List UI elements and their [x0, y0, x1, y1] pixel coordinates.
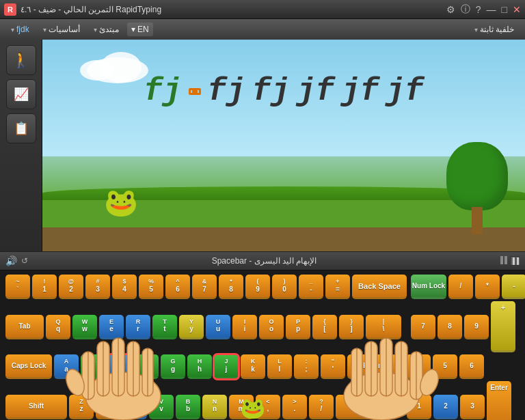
key-r[interactable]: Rr	[126, 315, 150, 339]
key-6[interactable]: ^6	[165, 275, 190, 299]
menu-lesson[interactable]: مبتدئ ▾	[88, 23, 124, 36]
pause-bar-1	[500, 256, 503, 264]
key-x[interactable]: Xx	[96, 395, 120, 419]
titlebar-left: R RapidTyping التمرين الحالي - ضيف - ٤.٦	[4, 3, 161, 16]
tree	[450, 152, 504, 234]
key-a[interactable]: Aa	[54, 354, 79, 379]
key-1[interactable]: !1	[32, 275, 57, 299]
key-period[interactable]: >.	[282, 395, 307, 419]
keyboard-row-4: Shift Zz Xx Cc Vv Bb Nn Mm <, >. ?/ Shif…	[5, 381, 520, 420]
key-num-2[interactable]: 2	[433, 395, 458, 419]
key-5[interactable]: %5	[139, 275, 163, 299]
key-k[interactable]: Kk	[241, 354, 265, 379]
key-2[interactable]: @2	[59, 275, 83, 299]
key-d[interactable]: Dd	[107, 354, 132, 379]
key-num-1[interactable]: 1	[407, 395, 431, 419]
cursor-char	[189, 88, 201, 95]
key-3[interactable]: #3	[85, 275, 110, 299]
key-numlock[interactable]: Num Lock	[411, 275, 446, 299]
key-num-minus[interactable]: -	[502, 275, 525, 299]
app-icon: R	[4, 3, 16, 16]
menu-left: خلفية ثابتة ▾	[469, 23, 520, 36]
minimize-button[interactable]: —	[487, 4, 496, 15]
sidebar-walk-button[interactable]: 🚶	[6, 45, 36, 75]
key-num-6[interactable]: 6	[459, 354, 484, 379]
typed-char-fj: fj	[144, 74, 181, 109]
key-u[interactable]: Uu	[206, 315, 230, 339]
key-bracket-l[interactable]: {[	[312, 315, 337, 339]
key-s[interactable]: Ss	[81, 354, 105, 379]
key-num-plus[interactable]: +	[491, 301, 515, 352]
key-g[interactable]: Gg	[161, 354, 185, 379]
key-backspace[interactable]: Back Space	[352, 275, 407, 299]
menu-basics[interactable]: أساسيات ▾	[38, 23, 85, 36]
key-j[interactable]: Jj	[214, 354, 239, 379]
key-slash[interactable]: ?/	[309, 395, 334, 419]
language-selector[interactable]: EN ▾	[127, 23, 153, 36]
key-w[interactable]: Ww	[72, 315, 97, 339]
help-icon[interactable]: ?	[476, 4, 481, 15]
key-t[interactable]: Tt	[152, 315, 177, 339]
statusbar: 🔊 ↺ الإبهام اليد اليسرى - Spacebar ▐▐	[0, 251, 525, 270]
key-shift-right[interactable]: Shift	[336, 395, 397, 419]
key-9[interactable]: (9	[245, 275, 270, 299]
key-bracket-r[interactable]: }]	[339, 315, 364, 339]
key-num-7[interactable]: 7	[411, 315, 435, 339]
pending-char-1: fj	[208, 74, 245, 109]
key-num-8[interactable]: 8	[438, 315, 462, 339]
refresh-icon[interactable]: ↺	[21, 256, 28, 266]
settings-icon[interactable]: ⚙	[446, 4, 455, 15]
key-o[interactable]: Oo	[259, 315, 284, 339]
sidebar-stats-button[interactable]: 📈	[6, 79, 36, 109]
key-i[interactable]: Ii	[232, 315, 257, 339]
key-z[interactable]: Zz	[69, 395, 94, 419]
key-b[interactable]: Bb	[176, 395, 200, 419]
keyboard-area: ~` !1 @2 #3 $4 %5 ^6 &7 *8 (9 )0 _- += B…	[0, 270, 525, 420]
key-num-4[interactable]: 4	[406, 354, 431, 379]
key-num-9[interactable]: 9	[464, 315, 489, 339]
key-n[interactable]: Nn	[202, 395, 227, 419]
key-backslash[interactable]: |\	[366, 315, 401, 339]
key-m[interactable]: Mm	[229, 395, 254, 419]
key-y[interactable]: Yy	[179, 315, 204, 339]
key-v[interactable]: Vv	[149, 395, 174, 419]
menu-exercise[interactable]: fjdk ▾	[5, 23, 35, 36]
key-num-5[interactable]: 5	[433, 354, 457, 379]
key-shift-left[interactable]: Shift	[5, 395, 67, 419]
key-num-multiply[interactable]: *	[475, 275, 500, 299]
keyboard-row-3: Caps Lock Aa Ss Dd Ff Gg Hh Jj Kk Ll :; …	[5, 354, 520, 379]
key-minus[interactable]: _-	[299, 275, 323, 299]
cursor-dot	[192, 89, 198, 94]
key-f[interactable]: Ff	[134, 354, 159, 379]
key-7[interactable]: &7	[192, 275, 217, 299]
key-c[interactable]: Cc	[122, 395, 147, 419]
key-num-divide[interactable]: /	[448, 275, 473, 299]
key-equals[interactable]: +=	[325, 275, 350, 299]
key-e[interactable]: Ee	[99, 315, 124, 339]
key-comma[interactable]: <,	[256, 395, 280, 419]
key-p[interactable]: Pp	[286, 315, 310, 339]
status-left: 🔊 ↺	[5, 255, 28, 266]
menu-background[interactable]: خلفية ثابتة ▾	[469, 23, 520, 36]
key-semicolon[interactable]: :;	[294, 354, 319, 379]
key-num-3[interactable]: 3	[460, 395, 485, 419]
key-l[interactable]: Ll	[267, 354, 292, 379]
info-icon[interactable]: ⓘ	[461, 3, 470, 16]
key-h[interactable]: Hh	[187, 354, 212, 379]
key-tab[interactable]: Tab	[5, 315, 44, 339]
status-button[interactable]: ▐▐	[510, 256, 520, 266]
pause-indicator	[500, 256, 507, 266]
key-q[interactable]: Qq	[46, 315, 70, 339]
key-tilde[interactable]: ~`	[5, 275, 30, 299]
key-8[interactable]: *8	[219, 275, 243, 299]
key-num-enter[interactable]: Enter	[487, 381, 511, 420]
sound-icon[interactable]: 🔊	[5, 255, 17, 266]
key-0[interactable]: )0	[272, 275, 297, 299]
key-capslock[interactable]: Caps Lock	[5, 354, 52, 379]
close-button[interactable]: ✕	[513, 4, 521, 15]
sidebar-lessons-button[interactable]: 📋	[6, 113, 36, 143]
key-enter[interactable]: Enter	[347, 354, 396, 379]
maximize-button[interactable]: □	[502, 4, 507, 15]
key-quote[interactable]: "'	[321, 354, 345, 379]
key-4[interactable]: $4	[112, 275, 137, 299]
